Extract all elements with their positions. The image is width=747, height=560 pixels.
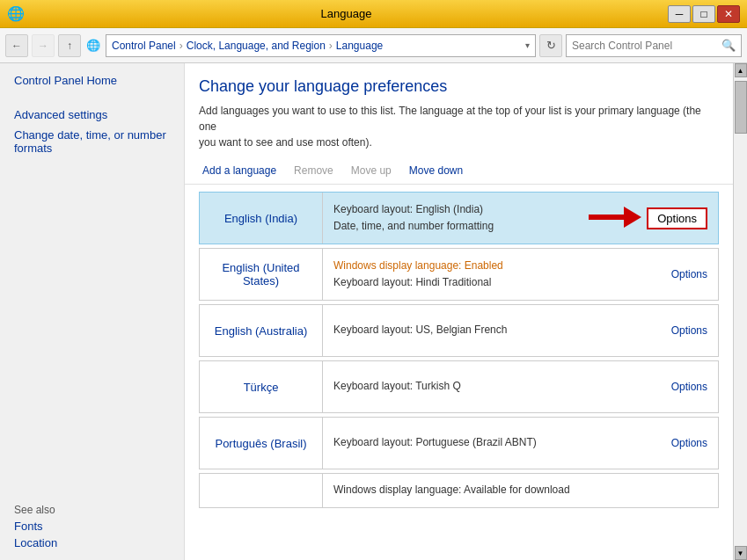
lang-detail1-partial: Windows display language: Available for … [333,482,707,498]
lang-name-english-au: English (Australia) [200,305,323,356]
description-line1: Add languages you want to use to this li… [199,105,701,133]
lang-details-english-au: Keyboard layout: US, Belgian French [323,315,661,345]
breadcrumb-control-panel[interactable]: Control Panel [112,40,176,52]
lang-options-portuguese: Options [661,437,718,449]
lang-item-partial[interactable]: Windows display language: Available for … [199,473,719,508]
content-area: Change your language preferences Add lan… [185,63,733,560]
breadcrumb-clock[interactable]: Clock, Language, and Region [187,40,326,52]
up-button[interactable]: ↑ [58,34,81,57]
lang-item-portuguese[interactable]: Português (Brasil) Keyboard layout: Port… [199,417,719,469]
lang-item-english-india[interactable]: English (India) Keyboard layout: English… [199,192,719,244]
options-link-english-au[interactable]: Options [671,324,707,337]
lang-detail1-english-india: Keyboard layout: English (India) [333,201,568,218]
description-line2: you want to see and use most often). [199,136,372,149]
maximize-button[interactable]: □ [692,5,715,23]
sidebar-fonts[interactable]: Fonts [14,520,43,533]
breadcrumb-dropdown[interactable]: ▾ [525,40,530,50]
move-up-button[interactable]: Move up [348,163,395,178]
scrollbar-thumb[interactable] [735,81,747,134]
options-arrow-annotation [589,207,641,230]
lang-options-turkce: Options [661,381,718,393]
language-list[interactable]: English (India) Keyboard layout: English… [185,185,733,560]
lang-name-turkce: Türkçe [200,361,323,412]
breadcrumb-language[interactable]: Language [336,40,383,52]
options-label-english-india: Options [657,212,697,225]
scrollbar-track [735,77,747,546]
lang-details-english-india: Keyboard layout: English (India) Date, t… [323,194,578,242]
lang-item-english-au[interactable]: English (Australia) Keyboard layout: US,… [199,304,719,357]
lang-details-partial: Windows display language: Available for … [323,475,718,505]
options-button-highlighted[interactable]: Options [647,207,707,229]
main-layout: Control Panel Home Advanced settings Cha… [0,63,747,560]
minimize-button[interactable]: ─ [668,5,691,23]
lang-detail2-english-us: Keyboard layout: Hindi Traditional [333,274,650,291]
title-bar-controls: ─ □ ✕ [668,5,740,23]
title-bar-icon: 🌐 [7,5,25,22]
lang-item-english-us[interactable]: English (United States) Windows display … [199,248,719,301]
sidebar: Control Panel Home Advanced settings Cha… [0,63,185,560]
page-title: Change your language preferences [199,77,719,96]
address-bar: ← → ↑ 🌐 Control Panel › Clock, Language,… [0,28,747,63]
lang-name-english-us: English (United States) [200,249,323,300]
lang-name-english-india: English (India) [200,193,323,244]
language-toolbar: Add a language Remove Move up Move down [185,157,733,185]
scrollbar-up[interactable]: ▲ [735,63,747,77]
move-down-button[interactable]: Move down [406,163,466,178]
refresh-button[interactable]: ↻ [539,34,562,57]
lang-detail1-highlight: Windows display language: Enabled [333,259,503,272]
search-input[interactable] [572,40,721,52]
cp-icon: 🌐 [84,37,102,55]
title-bar-title: Language [25,7,668,20]
scrollbar[interactable]: ▲ ▼ [733,63,747,560]
sidebar-control-panel-home[interactable]: Control Panel Home [14,74,170,87]
lang-detail2-english-india: Date, time, and number formatting [333,218,568,235]
address-path[interactable]: Control Panel › Clock, Language, and Reg… [106,34,536,57]
lang-item-turkce[interactable]: Türkçe Keyboard layout: Turkish Q Option… [199,360,719,413]
scrollbar-down[interactable]: ▼ [735,546,747,560]
see-also-label: See also [14,504,170,516]
forward-button[interactable]: → [32,34,55,57]
search-icon[interactable]: 🔍 [721,39,736,52]
breadcrumb-sep-2: › [329,40,333,52]
title-bar: 🌐 Language ─ □ ✕ [0,0,747,28]
lang-detail1-english-au: Keyboard layout: US, Belgian French [333,322,650,338]
lang-details-english-us: Windows display language: Enabled Keyboa… [323,251,661,298]
remove-button[interactable]: Remove [290,163,337,178]
sidebar-date-formats[interactable]: Change date, time, or number formats [14,128,170,155]
lang-detail1-turkce: Keyboard layout: Turkish Q [333,378,650,395]
close-button[interactable]: ✕ [717,5,740,23]
back-button[interactable]: ← [5,34,28,57]
lang-options-english-india: Options [578,207,718,230]
sidebar-advanced-settings[interactable]: Advanced settings [14,108,170,121]
lang-options-english-us: Options [661,268,718,280]
lang-details-portuguese: Keyboard layout: Portuguese (Brazil ABNT… [323,427,661,458]
breadcrumb-sep-1: › [179,40,183,52]
content-description: Add languages you want to use to this li… [199,103,719,150]
lang-name-portuguese: Português (Brasil) [200,418,323,469]
search-box: 🔍 [566,34,742,57]
lang-options-english-au: Options [661,324,718,337]
sidebar-see-also: See also Fonts Location [14,497,170,549]
lang-name-partial [200,474,323,507]
lang-detail1-portuguese: Keyboard layout: Portuguese (Brazil ABNT… [333,434,650,451]
options-link-turkce[interactable]: Options [671,381,707,393]
content-header: Change your language preferences Add lan… [185,63,733,157]
lang-detail1-english-us: Windows display language: Enabled [333,258,650,274]
sidebar-location[interactable]: Location [14,536,57,549]
options-link-english-us[interactable]: Options [671,268,707,280]
add-language-button[interactable]: Add a language [199,163,280,178]
svg-rect-0 [589,215,624,220]
lang-details-turkce: Keyboard layout: Turkish Q [323,371,661,402]
svg-marker-1 [624,207,641,228]
options-link-portuguese[interactable]: Options [671,437,707,449]
